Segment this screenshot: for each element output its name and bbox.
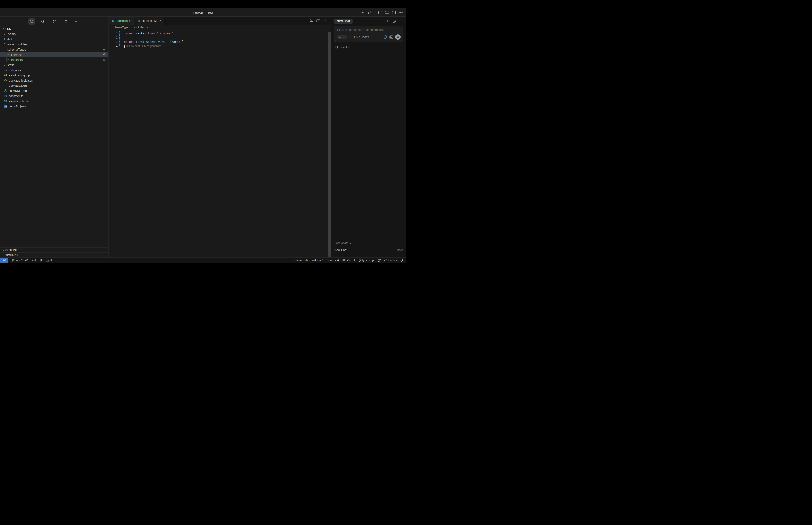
- tree-item-sanity.config.ts[interactable]: TSsanity.config.ts: [0, 99, 108, 104]
- formatter-label: Prettier: [388, 259, 397, 261]
- file-label: package-lock.json: [9, 79, 33, 82]
- typescript-icon: TS: [4, 100, 7, 102]
- file-label: eslint.config.mjs: [9, 74, 30, 77]
- agent-mode-pill[interactable]: ∞: [337, 35, 347, 39]
- encoding-item[interactable]: UTF-8: [342, 259, 350, 261]
- gutter-change-marker: [119, 44, 120, 46]
- tab-label: rankai.ts: [117, 19, 127, 22]
- file-label: .gitignore: [9, 69, 21, 72]
- eol-label: LF: [353, 259, 356, 261]
- open-changes-icon[interactable]: [309, 19, 313, 22]
- code-editor[interactable]: 1import rankai from "./rankai";23export …: [109, 30, 331, 257]
- web-globe-icon[interactable]: [383, 35, 387, 39]
- tree-item-.gitignore[interactable]: .gitignore: [0, 68, 108, 73]
- split-editor-icon[interactable]: [317, 19, 320, 22]
- tree-item-.sanity[interactable]: .sanity: [0, 31, 108, 36]
- editor-more-actions-icon[interactable]: ⋯: [323, 20, 327, 22]
- git-branch-item[interactable]: main*: [12, 258, 22, 261]
- voice-mic-icon[interactable]: [395, 34, 401, 40]
- settings-gear-icon[interactable]: [399, 11, 403, 14]
- runtime-selector[interactable]: Local: [331, 42, 406, 49]
- chat-history-icon[interactable]: [393, 19, 396, 23]
- tree-item-static[interactable]: static: [0, 62, 108, 68]
- extensions-icon[interactable]: [62, 18, 69, 25]
- json-braces-icon: {}: [4, 79, 7, 82]
- file-tree: TEST .sanitydistnode_modulesschemaTypesT…: [0, 26, 108, 247]
- error-count: 0: [43, 259, 44, 261]
- sidebar: TEST .sanitydistnode_modulesschemaTypesT…: [0, 17, 109, 257]
- scrollbar-thumb[interactable]: [327, 32, 331, 257]
- app-window: index.ts — test ⋯: [0, 0, 406, 262]
- language-mode-item[interactable]: {} TypeScript: [359, 259, 374, 261]
- toggle-panel-icon[interactable]: [385, 11, 389, 14]
- cursor-position-item[interactable]: Ln 4, Col 1: [311, 259, 324, 261]
- more-actions-icon[interactable]: ⋯: [361, 11, 364, 14]
- source-control-icon[interactable]: [51, 18, 58, 25]
- error-icon: [39, 258, 42, 261]
- swap-editors-icon[interactable]: [367, 11, 372, 14]
- remote-indicator[interactable]: ><: [0, 258, 9, 262]
- task-item[interactable]: test: [31, 259, 36, 261]
- tree-item-dist[interactable]: dist: [0, 36, 108, 42]
- tab-index[interactable]: TS index.ts M ✕: [134, 17, 165, 25]
- views-chevron-down-icon[interactable]: [74, 18, 80, 25]
- tree-item-README.md[interactable]: iREADME.md: [0, 88, 108, 93]
- indentation-item[interactable]: Spaces: 4: [327, 259, 339, 261]
- code-line: 3export const schemaTypes = [rankai]: [109, 40, 331, 44]
- model-selector[interactable]: GPT-5.2 Codex: [349, 35, 373, 39]
- graph-nodes-icon[interactable]: [378, 258, 381, 262]
- tree-item-rankai.ts[interactable]: TSrankai.tsU: [0, 57, 108, 62]
- tab-rankai[interactable]: TS rankai.ts U: [109, 17, 134, 25]
- tree-item-schemaTypes[interactable]: schemaTypes: [0, 47, 108, 52]
- attach-image-icon[interactable]: [389, 35, 393, 39]
- chat-tab[interactable]: New Chat: [334, 18, 353, 24]
- titlebar[interactable]: index.ts — test ⋯: [0, 9, 406, 17]
- search-icon[interactable]: [40, 18, 46, 25]
- timeline-section[interactable]: TIMELINE: [0, 252, 108, 257]
- formatter-item[interactable]: Prettier: [384, 259, 397, 261]
- line-number: 4: [109, 44, 118, 48]
- cursor-tab-item[interactable]: Cursor Tab: [294, 259, 308, 261]
- gutter-change-marker: [119, 35, 120, 40]
- outline-section[interactable]: OUTLINE: [0, 247, 108, 252]
- toggle-secondary-sidebar-icon[interactable]: [392, 11, 396, 14]
- modified-overview-ruler: [327, 32, 328, 45]
- toggle-primary-sidebar-icon[interactable]: [378, 11, 382, 14]
- modified-dot: [103, 49, 105, 50]
- breadcrumb-separator: ›: [150, 26, 150, 29]
- file-label: .sanity: [7, 32, 16, 36]
- language-label: TypeScript: [362, 259, 374, 261]
- tree-item-index.ts[interactable]: TSindex.tsM: [0, 52, 108, 57]
- javascript-icon: JS: [4, 74, 7, 76]
- new-chat-plus-icon[interactable]: +: [386, 20, 389, 22]
- problems-item[interactable]: 0 0: [39, 258, 52, 261]
- explorer-files-icon[interactable]: [28, 18, 35, 25]
- laptop-icon: [335, 46, 338, 49]
- cloud-upload-icon: [25, 259, 29, 261]
- past-chat-item[interactable]: New Chat Now: [334, 247, 403, 253]
- line-number: 1: [109, 31, 118, 35]
- breadcrumb-folder[interactable]: schemaTypes: [112, 26, 130, 29]
- eol-item[interactable]: LF: [353, 259, 356, 261]
- tree-item-sanity.cli.ts[interactable]: TSsanity.cli.ts: [0, 93, 108, 99]
- tree-item-package-lock.json[interactable]: {}package-lock.json: [0, 78, 108, 83]
- tree-item-tsconfig.json[interactable]: TStsconfig.json: [0, 104, 108, 109]
- chevron-down-icon: [350, 242, 351, 243]
- editor-scrollbar[interactable]: [327, 30, 331, 257]
- tree-item-node_modules[interactable]: node_modules: [0, 42, 108, 47]
- tree-item-package.json[interactable]: {}package.json: [0, 83, 108, 88]
- file-label: node_modules: [7, 43, 27, 46]
- notifications-bell-icon[interactable]: [400, 258, 403, 262]
- sync-changes-item[interactable]: [25, 259, 29, 261]
- breadcrumb-file[interactable]: index.ts: [138, 26, 148, 29]
- file-label: rankai.ts: [11, 58, 22, 62]
- chat-input-box[interactable]: Plan, @ for context, / for commands ∞ GP…: [334, 26, 403, 42]
- past-chat-time: Now: [397, 249, 403, 252]
- tree-item-eslint.config.mjs[interactable]: JSeslint.config.mjs: [0, 73, 108, 78]
- past-chats-header[interactable]: Past Chats: [334, 241, 403, 245]
- close-icon[interactable]: ✕: [159, 19, 162, 22]
- chat-more-icon[interactable]: ⋯: [399, 20, 403, 22]
- json-braces-icon: {}: [4, 84, 7, 87]
- tree-root[interactable]: TEST: [0, 26, 108, 31]
- breadcrumb-symbol[interactable]: …: [152, 26, 155, 29]
